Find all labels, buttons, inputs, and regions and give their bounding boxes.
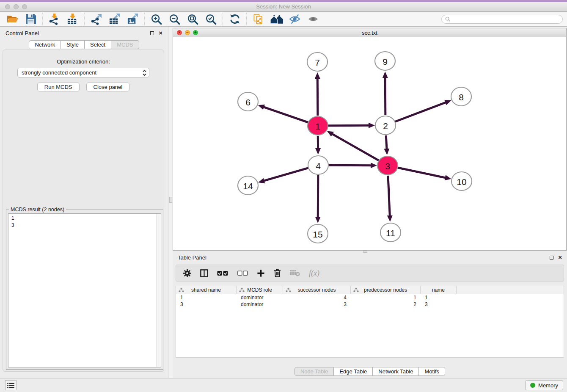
select-all-button[interactable] bbox=[217, 270, 228, 276]
memory-button[interactable]: Memory bbox=[525, 380, 563, 390]
graph-edge-3-1[interactable] bbox=[332, 134, 379, 160]
zoom-selected-button[interactable] bbox=[204, 13, 217, 26]
graph-edge-1-6[interactable] bbox=[263, 107, 308, 122]
import-table-button[interactable] bbox=[66, 13, 79, 26]
mcds-result-list[interactable]: 13 bbox=[8, 213, 161, 367]
table-row[interactable]: 1dominator411 bbox=[176, 294, 564, 301]
network-window-title: scc.txt bbox=[173, 30, 566, 36]
home-button[interactable] bbox=[270, 13, 283, 26]
zoom-out-icon bbox=[169, 14, 180, 25]
control-panel: Control Panel × NetworkStyleSelectMCDS O… bbox=[0, 27, 168, 378]
mcds-result-title: MCDS result (2 nodes) bbox=[9, 207, 66, 213]
graph-edge-4-15[interactable] bbox=[318, 175, 318, 218]
close-panel-icon[interactable]: × bbox=[159, 30, 162, 36]
graph-node-label: 4 bbox=[316, 161, 321, 171]
graph-edge-3-11[interactable] bbox=[388, 176, 390, 216]
graph-edge-arrowhead bbox=[315, 217, 321, 223]
node-table: shared nameMCDS rolesuccessor nodesprede… bbox=[176, 286, 564, 358]
zoom-out-button[interactable] bbox=[168, 13, 181, 26]
network-view-window: ×−+ scc.txt 1234678910111415 bbox=[173, 28, 567, 251]
column-header-name[interactable]: name bbox=[421, 286, 457, 294]
float-panel-icon[interactable] bbox=[150, 31, 154, 35]
import-network-button[interactable] bbox=[48, 13, 61, 26]
table-toolbar: f(x) bbox=[176, 265, 564, 282]
graph-edge-2-3[interactable] bbox=[386, 135, 387, 149]
deselect-all-button[interactable] bbox=[237, 271, 248, 276]
mcds-result-lines: 13 bbox=[11, 215, 155, 229]
save-session-button[interactable] bbox=[24, 13, 37, 26]
search-input[interactable] bbox=[452, 16, 562, 23]
graph-edge-1-2[interactable] bbox=[328, 125, 369, 126]
tab-select[interactable]: Select bbox=[85, 40, 111, 49]
tab-edge-table[interactable]: Edge Table bbox=[334, 367, 373, 376]
tab-style[interactable]: Style bbox=[61, 40, 85, 49]
graph-edge-2-8[interactable] bbox=[395, 102, 446, 121]
columns-button[interactable] bbox=[200, 269, 208, 277]
tab-network-table[interactable]: Network Table bbox=[373, 367, 419, 376]
open-folder-button[interactable] bbox=[6, 13, 19, 26]
memory-label: Memory bbox=[538, 382, 558, 389]
hierarchy-icon bbox=[353, 287, 359, 293]
splitter-grip[interactable] bbox=[169, 197, 172, 203]
close-panel-button[interactable]: Close panel bbox=[86, 83, 130, 91]
mcds-result-line: 1 bbox=[11, 215, 155, 222]
network-window-titlebar[interactable]: ×−+ scc.txt bbox=[173, 28, 566, 37]
zoom-in-button[interactable] bbox=[150, 13, 163, 26]
export-image-button[interactable] bbox=[126, 13, 139, 26]
table-cell: 3 bbox=[421, 301, 457, 307]
network-canvas[interactable]: 1234678910111415 bbox=[173, 37, 566, 250]
columns-icon bbox=[200, 269, 208, 277]
criterion-select-value: strongly connected component bbox=[22, 69, 96, 76]
column-header-label: shared name bbox=[191, 287, 221, 293]
tab-motifs[interactable]: Motifs bbox=[419, 367, 445, 376]
criterion-select[interactable]: strongly connected component bbox=[17, 68, 149, 77]
table-cell: 4 bbox=[283, 295, 351, 301]
table-row[interactable]: 3dominator323 bbox=[176, 301, 564, 308]
graph-edge-1-7[interactable] bbox=[317, 78, 318, 116]
table-panel-tabs: Node TableEdge TableNetwork TableMotifs bbox=[173, 367, 567, 376]
graph-node-label: 9 bbox=[383, 57, 388, 66]
graph-edge-4-14[interactable] bbox=[264, 168, 308, 181]
mcds-result-group: MCDS result (2 nodes) 13 bbox=[6, 210, 163, 370]
toolbar-separator bbox=[42, 13, 43, 25]
graph-edge-2-9[interactable] bbox=[385, 77, 385, 115]
window-title: Session: New Session bbox=[0, 3, 567, 10]
tab-node-table[interactable]: Node Table bbox=[295, 367, 334, 376]
hide-panel-button[interactable] bbox=[288, 13, 301, 26]
table-cell: 3 bbox=[283, 301, 351, 307]
zoom-fit-button[interactable] bbox=[186, 13, 199, 26]
close-panel-icon[interactable]: × bbox=[558, 255, 562, 260]
vertical-splitter[interactable] bbox=[168, 27, 173, 378]
gear-icon bbox=[183, 269, 191, 277]
trash-button[interactable] bbox=[274, 269, 281, 277]
open-folder-icon bbox=[7, 14, 19, 25]
tab-mcds[interactable]: MCDS bbox=[111, 40, 139, 49]
graph-edge-3-10[interactable] bbox=[397, 168, 446, 178]
network-file-button[interactable] bbox=[252, 13, 265, 26]
export-table-button[interactable] bbox=[108, 13, 121, 26]
export-network-button[interactable] bbox=[90, 13, 103, 26]
function-icon: f(x) bbox=[309, 269, 319, 278]
memory-status-icon bbox=[530, 383, 535, 388]
run-mcds-button[interactable]: Run MCDS bbox=[37, 83, 80, 91]
task-history-button[interactable] bbox=[5, 380, 17, 390]
refresh-layout-icon bbox=[229, 14, 240, 25]
export-table-icon bbox=[109, 14, 120, 25]
tab-network[interactable]: Network bbox=[29, 40, 61, 49]
add-button[interactable] bbox=[257, 269, 265, 277]
main-toolbar bbox=[0, 12, 567, 27]
gear-button[interactable] bbox=[183, 269, 191, 277]
graph-edge-4-3[interactable] bbox=[328, 165, 372, 166]
float-panel-icon[interactable] bbox=[550, 256, 553, 259]
network-file-icon bbox=[253, 14, 264, 25]
trash-icon bbox=[274, 269, 281, 277]
column-header-successor-nodes[interactable]: successor nodes bbox=[283, 286, 351, 294]
column-header-shared-name[interactable]: shared name bbox=[176, 286, 237, 294]
add-icon bbox=[257, 269, 265, 277]
column-header-mcds-role[interactable]: MCDS role bbox=[237, 286, 283, 294]
show-panel-button[interactable] bbox=[306, 13, 319, 26]
result-scrollbar[interactable] bbox=[156, 214, 161, 367]
refresh-layout-button[interactable] bbox=[228, 13, 241, 26]
search-field[interactable] bbox=[441, 15, 563, 24]
column-header-predecessor-nodes[interactable]: predecessor nodes bbox=[351, 286, 421, 294]
